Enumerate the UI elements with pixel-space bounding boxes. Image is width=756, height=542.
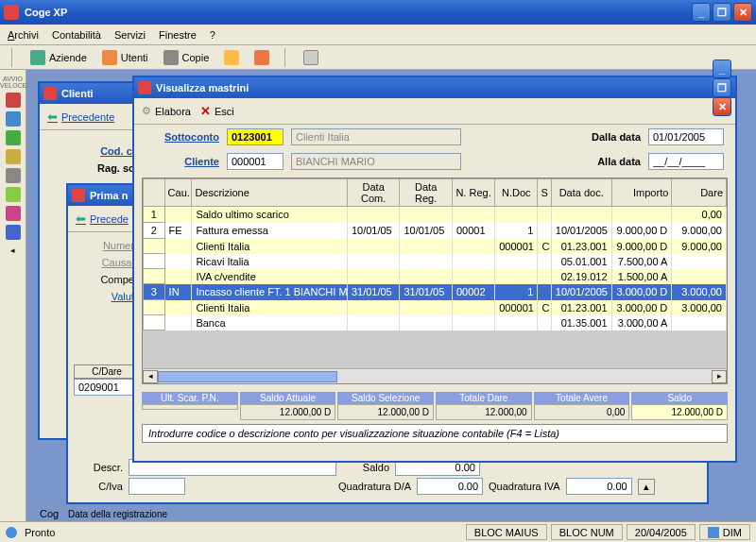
totals-row: Ult. Scar. P.N. Saldo Attuale12.000,00 D… <box>134 388 735 424</box>
folder-icon <box>224 50 239 65</box>
cod-clie-link[interactable]: Cod. clie <box>45 145 144 157</box>
quad-da-val[interactable] <box>417 478 483 495</box>
utenti-icon <box>102 50 117 65</box>
menu-contabilita[interactable]: Contabilità <box>52 29 101 41</box>
cliente-input[interactable] <box>227 153 284 170</box>
sb-icon-5[interactable] <box>6 168 21 183</box>
cliente-desc <box>291 153 461 170</box>
rag-soci-label: Rag. soci <box>45 162 144 174</box>
sb-icon-7[interactable] <box>6 206 21 221</box>
table-row[interactable]: 3INIncasso cliente FT. 1 BIANCHI MAI31/0… <box>144 284 727 300</box>
quad-iva-val[interactable] <box>566 478 632 495</box>
cliente-label[interactable]: Cliente <box>146 156 219 167</box>
clienti-precedente[interactable]: ⬅Precedente <box>47 110 114 124</box>
status-bnum: BLOC NUM <box>551 524 623 540</box>
app-icon <box>4 5 19 20</box>
alla-input[interactable] <box>648 153 724 170</box>
scroll-thumb[interactable] <box>158 371 337 382</box>
menubar: Archivi Contabilità Servizi Finestre ? <box>0 25 756 45</box>
cdare-input[interactable] <box>74 379 136 396</box>
tb-utenti[interactable]: Utenti <box>98 48 152 67</box>
app-title: Coge XP <box>25 7 692 18</box>
sb-icon-1[interactable] <box>6 93 21 108</box>
table-row[interactable]: IVA c/vendite02.19.0121.500,00 A <box>144 269 727 284</box>
cog-label: Cog <box>40 508 59 519</box>
status-date: 20/04/2005 <box>627 524 696 540</box>
esci-button[interactable]: ✕Esci <box>200 104 234 118</box>
copie-icon <box>163 50 179 65</box>
alla-label: Alla data <box>584 156 641 167</box>
sottoconto-label[interactable]: Sottoconto <box>146 131 219 143</box>
mastrini-title: Visualizza mastrini <box>156 82 713 93</box>
status-dim: DIM <box>699 524 750 540</box>
sb-icon-2[interactable] <box>6 111 21 127</box>
civa-input[interactable] <box>129 478 185 495</box>
aziende-icon <box>30 50 45 65</box>
sb-icon-4[interactable] <box>6 149 21 164</box>
status-bmaius: BLOC MAIUS <box>466 524 547 540</box>
maximize-button[interactable]: ❐ <box>713 3 731 22</box>
mastrini-close-button[interactable]: ✕ <box>713 97 731 116</box>
data-reg-label: Data della registrazione <box>68 509 167 519</box>
scroll-right-btn[interactable]: ▸ <box>712 370 727 383</box>
grid-hscroll[interactable]: ◂ ▸ <box>143 368 727 383</box>
mastrini-icon <box>138 81 151 94</box>
hint-text: Introdurre codice o descrizione conto pe… <box>142 424 728 443</box>
prima-compet: Compet. <box>74 274 140 285</box>
status-pronto: Pronto <box>25 527 55 538</box>
menu-archivi[interactable]: Archivi <box>8 29 39 41</box>
menu-help[interactable]: ? <box>210 29 215 41</box>
main-toolbar: Aziende Utenti Copie <box>0 45 756 70</box>
window-mastrini: Visualizza mastrini _ ❐ ✕ ⚙Elabora ✕Esci… <box>132 76 737 463</box>
tb-icon1[interactable] <box>220 48 243 67</box>
left-sidebar: AVVIOVELOCE ◂ <box>0 70 26 521</box>
table-row[interactable]: Clienti Italia000001C01.23.0019.000,00 D… <box>144 239 727 254</box>
statusbar: Pronto BLOC MAIUS BLOC NUM 20/04/2005 DI… <box>0 521 756 542</box>
scroll-left-btn[interactable]: ◂ <box>143 370 158 383</box>
quad-da-label: Quadratura D/A <box>338 481 411 492</box>
app-titlebar: Coge XP _ ❐ ✕ <box>0 0 756 25</box>
mastrini-min-button[interactable]: _ <box>713 59 731 78</box>
menu-servizi[interactable]: Servizi <box>114 29 146 41</box>
sottoconto-desc <box>291 128 461 145</box>
quad-iva-label: Quadratura IVA <box>489 481 560 492</box>
folder2-icon <box>254 50 269 65</box>
prima-numero[interactable]: Numero <box>74 240 140 251</box>
status-icon <box>6 527 17 538</box>
sb-icon-3[interactable] <box>6 130 21 145</box>
table-row[interactable]: 1Saldo ultimo scarico0,00 <box>144 207 727 223</box>
cdare-header: C/Dare <box>74 364 140 379</box>
civa-label: C/Iva <box>76 481 123 492</box>
tb-mail[interactable] <box>300 48 322 67</box>
close-button[interactable]: ✕ <box>733 3 752 22</box>
dalla-input[interactable] <box>648 128 724 145</box>
minimize-button[interactable]: _ <box>692 3 711 22</box>
sb-icon-8[interactable] <box>6 225 21 240</box>
tb-copie[interactable]: Copie <box>160 48 214 67</box>
prima-precedente[interactable]: ⬅Precede <box>76 212 129 226</box>
table-row[interactable]: 2FEFattura emessa10/01/0510/01/050000111… <box>144 223 727 239</box>
clienti-icon <box>43 87 57 100</box>
tb-icon2[interactable] <box>250 48 273 67</box>
elabora-button[interactable]: ⚙Elabora <box>142 105 191 117</box>
mdi-workspace: AVVIOVELOCE ◂ Clienti ⬅Precedente Cod. c… <box>0 70 756 521</box>
dalla-label: Dalla data <box>584 131 641 143</box>
descr-label: Descr. <box>76 462 123 473</box>
scroll-up-btn[interactable]: ▴ <box>638 479 655 495</box>
prima-icon <box>72 189 85 202</box>
table-row[interactable]: Clienti Italia000001C01.23.0013.000,00 D… <box>144 300 727 315</box>
menu-finestre[interactable]: Finestre <box>159 29 197 41</box>
table-row[interactable]: Banca01.35.0013.000,00 A <box>144 315 727 330</box>
prima-valuta[interactable]: Valuta <box>74 291 140 302</box>
tb-aziende[interactable]: Aziende <box>26 48 91 67</box>
saldo-label: Saldo <box>342 462 389 473</box>
mail-icon <box>303 50 318 65</box>
table-row[interactable]: Ricavi Italia05.01.0017.500,00 A <box>144 254 727 269</box>
sottoconto-input[interactable] <box>227 128 284 145</box>
prima-causale[interactable]: Causale <box>74 257 140 268</box>
mastrini-grid[interactable]: Cau. Descrizione Data Com. Data Reg. N. … <box>142 178 728 384</box>
grid-header: Cau. Descrizione Data Com. Data Reg. N. … <box>144 179 727 207</box>
sb-icon-6[interactable] <box>6 187 21 202</box>
mastrini-max-button[interactable]: ❐ <box>713 78 731 97</box>
